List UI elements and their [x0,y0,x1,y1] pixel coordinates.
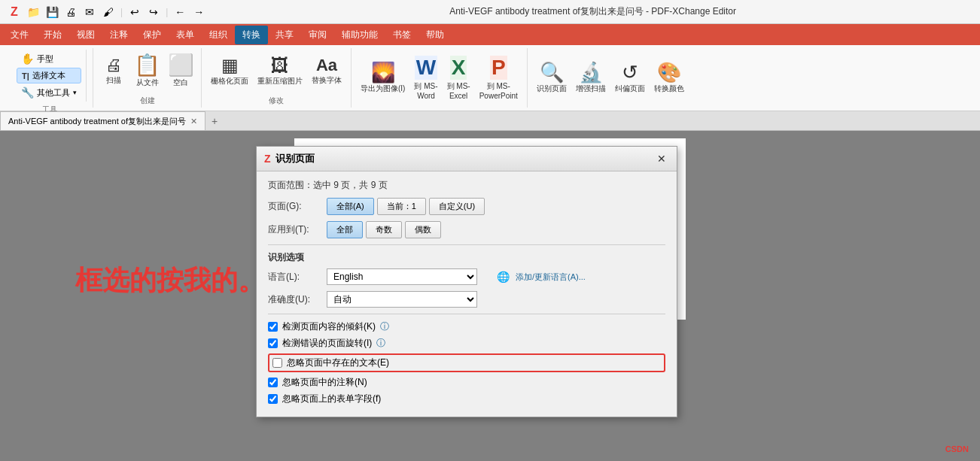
add-language-btn[interactable]: 添加/更新语言(A)... [516,271,586,283]
titlebar-icons[interactable]: Z 📁 💾 🖨 ✉ 🖌 | ↩ ↪ | ← → [6,4,207,20]
info-icon-2: ⓘ [376,337,385,350]
to-word-icon: W [415,56,437,80]
checkbox-ignore-text-label: 忽略页面中存在的文本(E) [287,356,389,369]
doc-tab-main[interactable]: Anti-VEGF antibody treatment of复制出来是问号 ✕ [0,111,205,130]
undo-icon[interactable]: ↩ [126,4,143,20]
enhance-scan-btn[interactable]: 🔬 增强扫描 [573,61,609,96]
apply-even-btn[interactable]: 偶数 [405,221,441,238]
checkbox-ignore-text-input[interactable] [272,358,282,368]
mail-icon[interactable]: ✉ [81,4,98,20]
menu-item-view[interactable]: 视图 [69,26,102,44]
hand-icon: ✋ [21,53,34,65]
hand-tool[interactable]: ✋ 手型 [17,51,81,66]
paint-icon[interactable]: 🖌 [100,4,117,20]
recognize-page-icon: 🔍 [540,62,564,82]
checkbox-detect-rotation-input[interactable] [268,338,278,348]
deskew-icon: ↺ [622,62,638,82]
menu-item-bookmarks[interactable]: 书签 [385,26,418,44]
pages-row: 页面(G): 全部(A) 当前：1 自定义(U) [268,198,665,215]
tab-close-icon[interactable]: ✕ [190,117,197,126]
other-tools-icon: 🔧 [21,86,34,99]
doc-tab-add[interactable]: + [205,112,224,130]
page-custom-btn[interactable]: 自定义(U) [429,198,485,215]
page-range-row: 页面范围：选中 9 页，共 9 页 [268,179,665,192]
info-icon-1: ⓘ [380,320,389,333]
main-content: Abstract Vascular endothelial growth fac… [0,131,980,461]
ribbon-group-ocr: 🔍 识别页面 🔬 增强扫描 ↺ 纠偏页面 🎨 转换颜色 [528,48,693,108]
checkbox-detect-skew-input[interactable] [268,322,278,332]
menu-item-form[interactable]: 表单 [169,26,202,44]
replace-font-label: 替换字体 [312,75,342,86]
to-ppt-label: 到 MS-PowerPoint [479,81,518,100]
menu-bar: 文件 开始 视图 注释 保护 表单 组织 转换 共享 审阅 辅助功能 书签 帮助 [0,24,980,45]
recompress-btn[interactable]: 🖼 重新压缩图片 [254,55,306,88]
replace-font-btn[interactable]: Aa 替换字体 [309,56,345,87]
blank-btn[interactable]: ⬜ 空白 [166,53,195,89]
menu-item-start[interactable]: 开始 [36,26,69,44]
menu-item-protect[interactable]: 保护 [135,26,169,44]
checkbox-ignore-annot-input[interactable] [268,378,278,387]
modify-buttons: ▦ 栅格化页面 🖼 重新压缩图片 Aa 替换字体 [208,50,345,93]
apply-to-row: 应用到(T): 全部 奇数 偶数 [268,221,665,238]
apply-all-btn[interactable]: 全部 [327,221,363,238]
apply-btn-group: 全部 奇数 偶数 [327,221,441,238]
modify-group-label: 修改 [269,94,284,106]
menu-item-organize[interactable]: 组织 [202,26,235,44]
convert-color-label: 转换颜色 [654,83,684,94]
page-btn-group: 全部(A) 当前：1 自定义(U) [327,198,485,215]
apply-odd-btn[interactable]: 奇数 [366,221,402,238]
forward-icon[interactable]: → [190,4,207,20]
save-icon[interactable]: 💾 [44,4,60,20]
to-ppt-btn[interactable]: P 到 MS-PowerPoint [476,54,521,102]
apply-to-label: 应用到(T): [268,223,321,236]
recognize-page-label: 识别页面 [537,83,567,94]
enhance-scan-icon: 🔬 [579,62,603,82]
scan-icon: 🖨 [105,57,122,74]
convert-color-btn[interactable]: 🎨 转换颜色 [651,61,687,96]
redo-icon[interactable]: ↪ [145,4,162,20]
checkbox-ignore-form-input[interactable] [268,394,278,404]
tools-buttons: ✋ 手型 T| 选择文本 🔧 其他工具 ▾ [12,50,87,102]
select-text-tool[interactable]: T| 选择文本 [17,68,81,83]
dialog-overlay: Z 识别页面 ✕ 页面范围：选中 9 页，共 9 页 页面(G): 全部(A) … [0,131,980,461]
folder-icon[interactable]: 📁 [25,4,41,20]
scan-btn[interactable]: 🖨 扫描 [99,56,128,87]
create-group-label: 创建 [140,94,155,106]
page-label: 页面(G): [268,200,321,213]
menu-item-annotate[interactable]: 注释 [102,26,135,44]
from-file-icon: 📋 [134,55,160,76]
dialog-close-btn[interactable]: ✕ [654,151,669,166]
page-current-btn[interactable]: 当前：1 [377,198,426,215]
menu-item-convert[interactable]: 转换 [235,26,268,44]
other-tools[interactable]: 🔧 其他工具 ▾ [17,85,81,100]
enhance-scan-label: 增强扫描 [576,83,606,94]
menu-item-accessibility[interactable]: 辅助功能 [334,26,385,44]
deskew-btn[interactable]: ↺ 纠偏页面 [612,61,648,96]
menu-item-help[interactable]: 帮助 [418,26,452,44]
print-icon[interactable]: 🖨 [62,4,79,20]
language-select[interactable]: English Chinese Simplified Chinese Tradi… [327,268,477,285]
ribbon-group-export: 🌄 导出为图像(I) W 到 MS-Word X 到 MS-Excel P 到 … [352,48,528,108]
back-icon[interactable]: ← [172,4,188,20]
from-file-btn[interactable]: 📋 从文件 [131,53,163,89]
ribbon-group-tools: ✋ 手型 T| 选择文本 🔧 其他工具 ▾ 工具 [6,48,93,108]
menu-item-file[interactable]: 文件 [3,26,36,44]
title-bar: Z 📁 💾 🖨 ✉ 🖌 | ↩ ↪ | ← → Anti-VEGF antibo… [0,0,980,24]
to-excel-btn[interactable]: X 到 MS-Excel [444,54,473,102]
to-word-btn[interactable]: W 到 MS-Word [411,54,440,102]
menu-item-share[interactable]: 共享 [268,26,301,44]
checkbox-ignore-form-label: 忽略页面上的表单字段(f) [282,393,381,405]
rasterize-btn[interactable]: ▦ 栅格化页面 [208,55,251,88]
menu-item-review[interactable]: 审阅 [301,26,334,44]
export-image-btn[interactable]: 🌄 导出为图像(I) [358,61,408,96]
checkbox-detect-rotation-label: 检测错误的页面旋转(I) [282,337,372,350]
page-all-btn[interactable]: 全部(A) [327,198,374,215]
to-ppt-icon: P [490,56,507,80]
create-buttons: 🖨 扫描 📋 从文件 ⬜ 空白 [99,50,195,93]
to-excel-label: 到 MS-Excel [447,81,470,100]
checkbox-ignore-text: 忽略页面中存在的文本(E) [268,353,665,372]
from-file-label: 从文件 [136,77,159,88]
accuracy-select[interactable]: 自动 高 低 [327,291,477,308]
recognize-options-label: 识别选项 [268,251,665,264]
recognize-page-btn[interactable]: 🔍 识别页面 [534,61,570,96]
